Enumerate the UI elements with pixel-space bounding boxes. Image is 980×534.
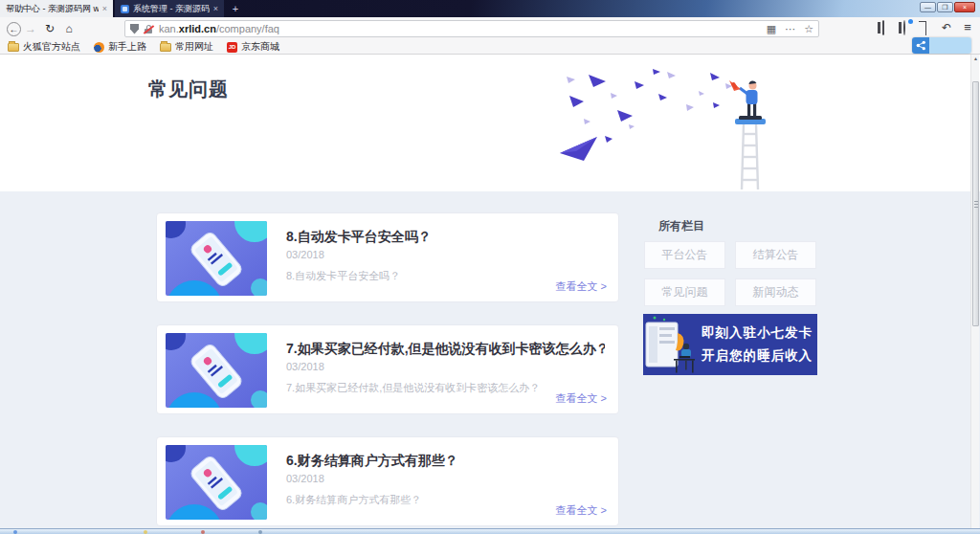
bookmarks-bar: 火狐官方站点 新手上路 常用网址 JD 京东商城 xyxy=(0,40,980,55)
read-more-link[interactable]: 查看全文 > xyxy=(556,391,607,406)
menu-icon[interactable]: ≡ xyxy=(961,21,974,34)
sidebar-heading: 所有栏目 xyxy=(658,218,704,234)
promo-banner[interactable]: 即刻入驻小七发卡 开启您的睡后收入 xyxy=(643,314,817,375)
undo-icon[interactable]: ↶ xyxy=(940,21,953,34)
minimize-button[interactable]: — xyxy=(920,2,936,12)
account-icon[interactable] xyxy=(898,21,911,34)
category-faq[interactable]: 常见问题 xyxy=(644,278,725,306)
article-title[interactable]: 8.自动发卡平台安全吗？ xyxy=(286,229,605,246)
taskbar-app-icon[interactable] xyxy=(258,530,262,534)
tab-close-icon[interactable]: × xyxy=(213,4,218,13)
share-widget[interactable] xyxy=(912,37,971,54)
bookmark-firefox-official[interactable]: 火狐官方站点 xyxy=(8,40,80,54)
tab-title: 系统管理 - 亲测源码网 www.q xyxy=(133,3,210,15)
back-icon[interactable]: ← xyxy=(7,22,21,36)
insecure-lock-icon[interactable] xyxy=(144,24,154,34)
titlebar: 帮助中心 - 亲测源码网 www.qcym × 系统管理 - 亲测源码网 www… xyxy=(0,0,980,17)
taskbar-app-icon[interactable] xyxy=(144,530,147,534)
banner-illustration xyxy=(643,314,697,375)
category-news[interactable]: 新闻动态 xyxy=(735,278,816,306)
read-more-link[interactable]: 查看全文 > xyxy=(556,279,607,294)
faq-card[interactable]: 7.如果买家已经付款,但是他说没有收到卡密该怎么办？ 03/2018 7.如果买… xyxy=(156,324,619,414)
restore-button[interactable]: ❐ xyxy=(937,2,953,12)
category-platform-notice[interactable]: 平台公告 xyxy=(644,241,725,269)
folder-icon xyxy=(8,43,19,52)
paper-planes-illustration xyxy=(538,57,796,189)
banner-text: 即刻入驻小七发卡 开启您的睡后收入 xyxy=(697,322,817,367)
article-thumbnail xyxy=(166,445,267,520)
article-date: 03/2018 xyxy=(286,473,324,484)
share-icon[interactable] xyxy=(912,37,929,54)
url-text[interactable]: kan.xrlid.cn/company/faq xyxy=(159,23,762,34)
share-widget-field[interactable] xyxy=(929,37,971,54)
taskbar-app-icon[interactable] xyxy=(201,530,205,534)
close-button[interactable]: × xyxy=(954,2,975,12)
article-date: 03/2018 xyxy=(286,361,324,372)
article-thumbnail xyxy=(166,333,267,408)
read-more-link[interactable]: 查看全文 > xyxy=(556,503,607,518)
qr-code-icon[interactable]: ▦ xyxy=(767,23,776,35)
browser-window: 帮助中心 - 亲测源码网 www.qcym × 系统管理 - 亲测源码网 www… xyxy=(0,0,980,534)
home-icon[interactable]: ⌂ xyxy=(59,22,78,35)
forward-icon[interactable]: → xyxy=(21,22,40,35)
article-date: 03/2018 xyxy=(286,249,324,260)
taskbar-start-icon[interactable] xyxy=(13,530,17,534)
scrollbar-up-icon[interactable]: ▲ xyxy=(971,55,980,63)
faq-card[interactable]: 8.自动发卡平台安全吗？ 03/2018 8.自动发卡平台安全吗？ 查看全文 > xyxy=(156,212,619,302)
page-actions-icon[interactable]: ⋯ xyxy=(785,23,795,35)
category-settlement-notice[interactable]: 结算公告 xyxy=(735,241,816,269)
windows-taskbar[interactable] xyxy=(0,528,980,534)
faq-card[interactable]: 6.财务结算商户方式有那些？ 03/2018 6.财务结算商户方式有那些？ 查看… xyxy=(156,436,619,526)
nav-toolbar: ← → ↻ ⌂ kan.xrlid.cn/company/faq ▦ ⋯ ☆ ↶… xyxy=(0,17,980,40)
tab-help-center[interactable]: 帮助中心 - 亲测源码网 www.qcym × xyxy=(0,0,113,17)
article-thumbnail xyxy=(166,221,267,296)
sidebar-toggle-icon[interactable] xyxy=(882,20,884,35)
bookmark-getting-started[interactable]: 新手上路 xyxy=(94,40,146,54)
bookmark-star-icon[interactable]: ☆ xyxy=(804,23,813,35)
scrollbar-thumb[interactable] xyxy=(972,81,979,326)
jd-icon: JD xyxy=(227,42,237,53)
reload-icon[interactable]: ↻ xyxy=(40,22,59,35)
article-title[interactable]: 6.财务结算商户方式有那些？ xyxy=(286,453,605,470)
firefox-icon xyxy=(94,42,104,53)
tab-title: 帮助中心 - 亲测源码网 www.qcym xyxy=(6,3,99,15)
bookmark-jd[interactable]: JD 京东商城 xyxy=(227,40,279,54)
screenshot-icon[interactable] xyxy=(925,21,926,35)
tab-system-admin[interactable]: 系统管理 - 亲测源码网 www.q × xyxy=(115,0,224,17)
page-scrollbar[interactable]: ▲ xyxy=(970,55,979,528)
tab-close-icon[interactable]: × xyxy=(102,4,107,13)
folder-icon xyxy=(160,43,171,52)
tab-favicon-icon xyxy=(121,5,129,13)
page-content: 常见问题 xyxy=(0,56,980,528)
url-bar[interactable]: kan.xrlid.cn/company/faq ▦ ⋯ ☆ xyxy=(124,20,819,37)
notification-badge xyxy=(908,19,913,24)
article-title[interactable]: 7.如果买家已经付款,但是他说没有收到卡密该怎么办？ xyxy=(286,341,605,358)
bookmark-common-sites[interactable]: 常用网址 xyxy=(160,40,213,54)
new-tab-button[interactable]: + xyxy=(228,2,243,16)
page-title: 常见问题 xyxy=(148,77,229,102)
tracking-shield-icon[interactable] xyxy=(130,24,139,34)
